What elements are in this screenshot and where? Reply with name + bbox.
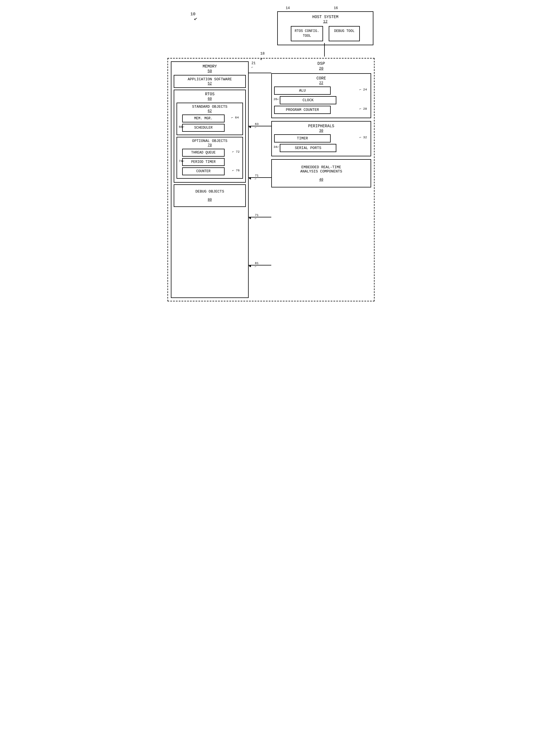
ref-21: 21⌐: [251, 61, 255, 69]
scheduler-row: 66⌐ SCHEDULER: [179, 124, 240, 132]
mem-mgr-row: MEM. MGR. ⌐ 64: [179, 115, 240, 122]
host-system-inner: RTOS CONFIG.TOOL DEBUG TOOL: [282, 26, 369, 41]
period-timer-row: 74⌐ PERIOD TIMER: [179, 158, 240, 166]
standard-objects-title: STANDARD OBJECTS 62: [179, 105, 240, 113]
serial-ports-box: SERIAL PORTS: [280, 144, 336, 152]
core-ref: 22: [319, 81, 323, 85]
bus-line-71a: [248, 177, 271, 178]
arrow-63-icon: ◄: [248, 125, 251, 129]
clock-row: 26⌐ CLOCK: [274, 96, 368, 104]
core-title: CORE 22: [274, 76, 368, 85]
connector-host-main: [324, 43, 325, 57]
optional-objects-ref: 70: [208, 143, 211, 147]
serial-ports-row: 34⌐ SERIAL PORTS: [274, 144, 368, 152]
thread-queue-row: THREAD QUEUE ⌐ 72: [179, 149, 240, 157]
scheduler-ref-label: 66⌐: [179, 125, 184, 129]
ref-71b: 71⌐: [255, 213, 258, 220]
bus-line-63: [248, 126, 271, 126]
dsp-title: DSP 20: [271, 61, 371, 71]
program-counter-ref: ⌐ 28: [360, 107, 367, 111]
alu-row: ALU ⌐ 24: [274, 87, 368, 95]
rtos-group-box: RTOS 60 STANDARD OBJECTS 62 MEM. MGR. ⌐ …: [174, 90, 246, 183]
host-system-area: 14 16 HOST SYSTEM 12 RTOS CONFIG.TOOL DE…: [277, 11, 374, 45]
period-timer-box: PERIOD TIMER: [182, 158, 224, 166]
peripherals-group-box: PERIPHERALS 30 TIMER ⌐ 32 34⌐ SERIAL POR…: [271, 121, 371, 156]
clock-box: CLOCK: [280, 96, 336, 104]
arrow-71a-icon: ◄: [248, 176, 251, 181]
alu-ref: ⌐ 24: [360, 88, 367, 91]
thread-queue-box: THREAD QUEUE: [182, 149, 224, 157]
peripherals-title: PERIPHERALS 30: [274, 124, 368, 133]
bus-line-71b: [248, 217, 271, 217]
alu-box: ALU: [274, 87, 331, 95]
debug-tool-box: DEBUG TOOL: [329, 26, 360, 41]
standard-objects-box: STANDARD OBJECTS 62 MEM. MGR. ⌐ 64 66⌐: [176, 103, 243, 135]
mem-mgr-box: MEM. MGR.: [182, 115, 224, 122]
ref-14-label: 14: [286, 6, 290, 10]
timer-ref: ⌐ 32: [360, 136, 367, 139]
timer-row: TIMER ⌐ 32: [274, 134, 368, 142]
host-system-ref: 12: [323, 20, 328, 24]
diagram-page: 10 ↙ 14 16 HOST SYSTEM 12 RTOS CONFIG.TO…: [163, 6, 379, 305]
rtos-ref: 60: [208, 97, 211, 101]
timer-box: TIMER: [274, 134, 331, 142]
dsp-ref: 20: [319, 66, 324, 71]
counter-row: COUNTER ⌐ 76: [179, 167, 240, 175]
debug-objects-box: DEBUG OBJECTS 80: [174, 184, 246, 207]
embedded-ref: 40: [274, 178, 368, 182]
counter-ref: ⌐ 76: [232, 169, 239, 172]
ref-81: 81⌐: [255, 262, 258, 268]
debug-tool-label: DEBUG TOOL: [334, 29, 355, 33]
main-dashed-box: 21⌐ MEMORY 50 APPLICATION SOFTWARE 52 RT…: [167, 58, 375, 301]
core-group-box: CORE 22 ALU ⌐ 24 26⌐ CLOCK: [271, 73, 371, 118]
ref-16-label: 16: [334, 6, 338, 10]
clock-ref-label: 26⌐: [274, 98, 279, 101]
ref-63: 63⌐: [255, 122, 258, 129]
bus-line-21: [248, 73, 271, 73]
program-counter-row: PROGRAM COUNTER ⌐ 28: [274, 106, 368, 114]
period-timer-ref-label: 74⌐: [179, 159, 184, 163]
standard-objects-ref: 62: [208, 109, 211, 113]
app-software-box: APPLICATION SOFTWARE 52: [174, 75, 246, 88]
mem-mgr-ref: ⌐ 64: [231, 116, 239, 119]
host-system-title: HOST SYSTEM 12: [282, 15, 369, 24]
arrow-81-icon: ◄: [248, 264, 251, 268]
app-software-ref: 52: [208, 82, 211, 86]
optional-objects-title: OPTIONAL OBJECTS 70: [179, 139, 240, 147]
memory-outer-box: MEMORY 50 APPLICATION SOFTWARE 52 RTOS 6…: [171, 61, 248, 298]
optional-objects-box: OPTIONAL OBJECTS 70 THREAD QUEUE ⌐ 72 74…: [176, 137, 243, 179]
rtos-config-label: RTOS CONFIG.TOOL: [295, 29, 319, 38]
memory-ref: 50: [208, 69, 212, 73]
ref-71a: 71⌐: [255, 174, 258, 181]
memory-title: MEMORY 50: [174, 64, 246, 73]
scheduler-box: SCHEDULER: [182, 124, 224, 132]
arrow-71b-icon: ◄: [248, 216, 251, 220]
program-counter-box: PROGRAM COUNTER: [274, 106, 331, 114]
serial-ports-ref-label: 34⌐: [274, 145, 279, 149]
embedded-title: EMBEDDED REAL-TIMEANALYSIS COMPONENTS: [274, 165, 368, 174]
bus-line-81: [248, 265, 271, 265]
peripherals-ref: 30: [319, 129, 323, 133]
thread-queue-ref: ⌐ 72: [232, 150, 239, 154]
rtos-title: RTOS 60: [176, 92, 243, 101]
debug-objects-ref: 80: [176, 198, 243, 202]
counter-box: COUNTER: [182, 167, 224, 175]
dsp-outer: DSP 20 CORE 22 ALU ⌐ 24 26⌐: [271, 61, 371, 298]
host-system-box: HOST SYSTEM 12 RTOS CONFIG.TOOL DEBUG TO…: [277, 11, 374, 45]
rtos-config-box: RTOS CONFIG.TOOL: [291, 26, 323, 41]
embedded-group-box: EMBEDDED REAL-TIMEANALYSIS COMPONENTS 40: [271, 159, 371, 187]
